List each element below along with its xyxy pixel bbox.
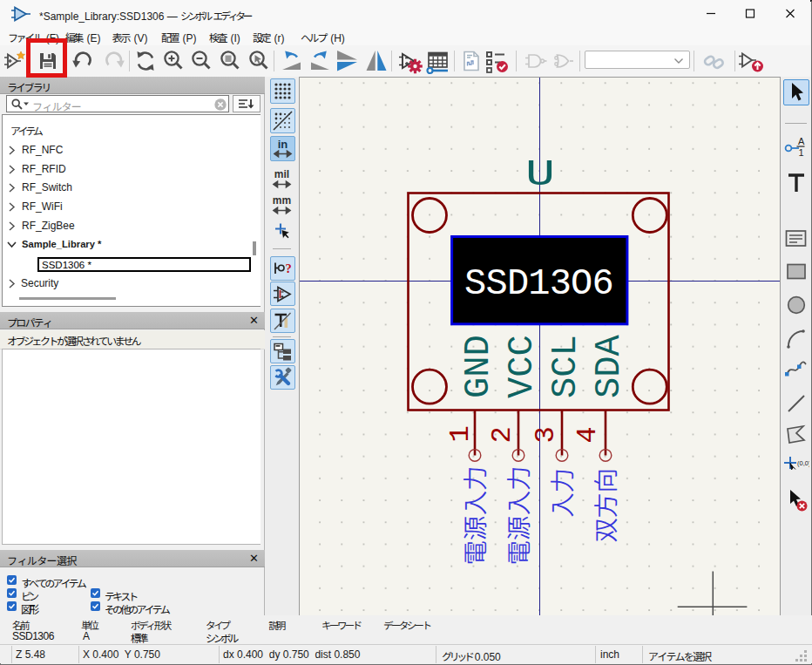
svg-text:(0,0): (0,0) xyxy=(797,459,809,467)
svg-text:入力: 入力 xyxy=(543,468,579,518)
svg-text:GND: GND xyxy=(458,335,498,398)
svg-text:SDA: SDA xyxy=(589,334,629,398)
svg-text:?: ? xyxy=(286,261,292,275)
svg-text:U: U xyxy=(525,154,555,196)
svg-text:2: 2 xyxy=(486,426,518,443)
svg-text:双方向: 双方向 xyxy=(586,468,622,543)
svg-text:1: 1 xyxy=(799,147,804,158)
svg-text:電源入力: 電源入力 xyxy=(456,465,491,565)
svg-text:電源入力: 電源入力 xyxy=(499,465,535,565)
svg-text:1: 1 xyxy=(444,425,477,442)
svg-text:mil: mil xyxy=(274,168,289,180)
svg-text:A: A xyxy=(798,136,805,146)
svg-text:SSD13O6: SSD13O6 xyxy=(464,263,613,305)
svg-text:3: 3 xyxy=(530,426,562,443)
svg-text:SCL: SCL xyxy=(545,335,585,398)
svg-text:4: 4 xyxy=(572,426,604,443)
svg-text:in: in xyxy=(278,138,288,151)
svg-text:mm: mm xyxy=(273,194,291,207)
svg-text:VCC: VCC xyxy=(502,335,542,398)
